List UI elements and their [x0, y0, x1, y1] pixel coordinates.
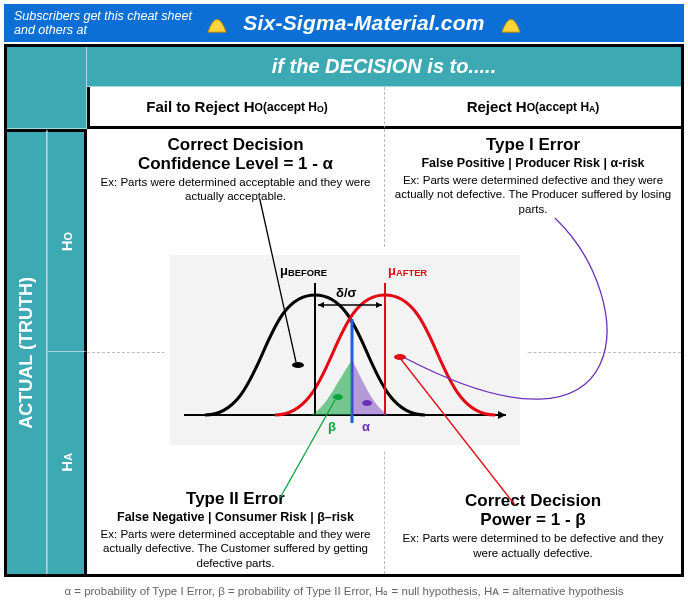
- quad-tl-ex: Ex: Parts were determined acceptable and…: [93, 175, 378, 204]
- page: Subscribers get this cheat sheet and oth…: [0, 0, 688, 601]
- quad-tr-title: Type I Error: [391, 135, 675, 155]
- quad-tl-sub: Confidence Level = 1 - α: [93, 154, 378, 174]
- col-reject-label: Reject H: [467, 98, 527, 115]
- svg-point-9: [394, 354, 406, 360]
- quad-br-sub: Power = 1 - β: [391, 510, 675, 530]
- quad-tl-title: Correct Decision: [93, 135, 378, 155]
- bell-icon: [206, 12, 228, 34]
- site-title: Six-Sigma-Material.com: [230, 11, 498, 35]
- delta-sigma-label: δ/σ: [336, 285, 356, 300]
- decision-header: if the DECISION is to.....: [87, 47, 681, 87]
- quad-bl-ex: Ex: Parts were determined acceptable and…: [93, 527, 378, 570]
- svg-marker-1: [498, 411, 506, 419]
- bell-curves-figure: μBEFORE μAFTER δ/σ β α: [170, 255, 520, 445]
- row-actual-truth: ACTUAL (TRUTH): [7, 129, 47, 574]
- quad-br-title: Correct Decision: [391, 491, 675, 511]
- quad-tr-ex: Ex: Parts were determined defective and …: [391, 173, 675, 216]
- title-bar: Subscribers get this cheat sheet and oth…: [4, 4, 684, 42]
- subscribe-note: Subscribers get this cheat sheet and oth…: [14, 9, 204, 38]
- bell-curves-svg: [170, 255, 520, 445]
- footnote: α = probability of Type I Error, β = pro…: [0, 584, 688, 598]
- quad-br-ex: Ex: Parts were determined to be defectiv…: [391, 531, 675, 560]
- bell-icon: [500, 12, 522, 34]
- quad-bl-sub: False Negative | Consumer Risk | β–risk: [93, 510, 378, 524]
- svg-point-10: [333, 394, 343, 400]
- row-ha: HA: [47, 352, 87, 575]
- mu-after-label: μAFTER: [388, 263, 427, 278]
- col-fail-to-reject: Fail to Reject HO (accept HO): [87, 87, 384, 129]
- svg-point-8: [292, 362, 304, 368]
- svg-point-11: [362, 400, 372, 406]
- mu-before-label: μBEFORE: [280, 263, 327, 278]
- svg-marker-7: [376, 302, 382, 308]
- col-reject: Reject HO (accept HA): [384, 87, 681, 129]
- quad-tr-sub: False Positive | Producer Risk | α-risk: [391, 156, 675, 170]
- row-h0: HO: [47, 129, 87, 352]
- col-fail-label: Fail to Reject H: [146, 98, 254, 115]
- alpha-label: α: [362, 419, 370, 434]
- stub-corner: [7, 47, 87, 129]
- svg-marker-6: [318, 302, 324, 308]
- beta-label: β: [328, 419, 336, 434]
- quad-bl-title: Type II Error: [93, 489, 378, 509]
